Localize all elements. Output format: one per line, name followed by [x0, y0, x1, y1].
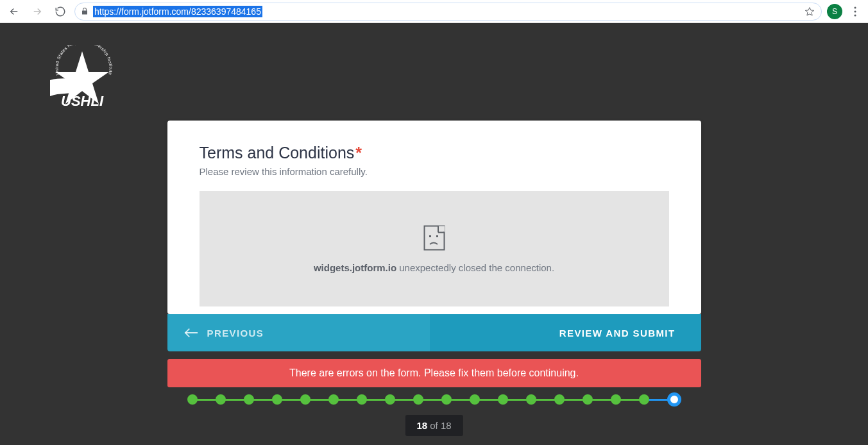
previous-button[interactable]: PREVIOUS: [167, 314, 430, 351]
step-dot[interactable]: [498, 394, 508, 405]
step-total: 18: [441, 420, 452, 431]
url-text: https://form.jotform.com/82336397484165: [93, 6, 262, 17]
arrow-left-icon: [184, 328, 198, 338]
step-dot[interactable]: [357, 394, 367, 405]
step-connector: [423, 399, 442, 401]
nav-reload-button[interactable]: [51, 3, 69, 21]
step-connector: [310, 399, 329, 401]
step-connector: [197, 399, 216, 401]
lock-icon: [80, 7, 89, 16]
step-dot[interactable]: [611, 394, 621, 405]
svg-marker-7: [438, 226, 445, 232]
step-dot[interactable]: [413, 394, 423, 405]
review-submit-button[interactable]: REVIEW AND SUBMIT: [430, 314, 701, 351]
step-counter-badge: 18 of 18: [405, 415, 463, 436]
step-dot[interactable]: [583, 394, 593, 405]
form-error-banner: There are errors on the form. Please fix…: [167, 359, 701, 387]
embedded-widget-frame: widgets.jotform.io unexpectedly closed t…: [200, 191, 669, 306]
step-current: 18: [416, 420, 427, 431]
nav-back-button[interactable]: [5, 3, 23, 21]
form-container: Terms and Conditions* Please review this…: [167, 121, 701, 387]
step-connector: [479, 399, 498, 401]
step-dot[interactable]: [554, 394, 565, 405]
next-label: REVIEW AND SUBMIT: [559, 328, 676, 339]
embed-tail: unexpectedly closed the connection.: [396, 262, 554, 273]
step-connector: [253, 399, 273, 401]
error-text: There are errors on the form. Please fix…: [289, 367, 579, 378]
svg-point-1: [854, 10, 856, 12]
org-logo: United States Hispanic Leadership Instit…: [44, 45, 121, 115]
step-connector: [451, 399, 470, 401]
embed-error-text: widgets.jotform.io unexpectedly closed t…: [314, 262, 554, 273]
step-dot[interactable]: [385, 394, 395, 405]
svg-rect-10: [429, 235, 431, 237]
step-connector: [338, 399, 357, 401]
step-dot[interactable]: [244, 394, 254, 405]
step-connector: [225, 399, 244, 401]
step-dot[interactable]: [216, 394, 226, 405]
address-bar[interactable]: https://form.jotform.com/82336397484165: [74, 3, 822, 21]
svg-point-2: [854, 14, 856, 16]
svg-rect-11: [436, 235, 438, 237]
ushli-logo-icon: United States Hispanic Leadership Instit…: [44, 45, 121, 115]
prev-label: PREVIOUS: [207, 328, 264, 339]
step-dot[interactable]: [470, 394, 480, 405]
step-connector: [620, 399, 640, 401]
step-dot[interactable]: [639, 394, 649, 405]
svg-rect-6: [424, 226, 444, 249]
step-dot[interactable]: [187, 394, 198, 405]
step-dot[interactable]: [526, 394, 536, 405]
step-dot[interactable]: [300, 394, 311, 405]
form-nav-row: PREVIOUS REVIEW AND SUBMIT: [167, 314, 701, 351]
arrow-right-icon: [31, 6, 43, 17]
svg-text:USHLI: USHLI: [61, 93, 104, 109]
required-star-icon: *: [355, 144, 362, 162]
profile-initial: S: [832, 7, 837, 16]
step-connector: [592, 399, 611, 401]
step-dot[interactable]: [328, 394, 339, 405]
chrome-menu-button[interactable]: [847, 4, 863, 19]
page-body: United States Hispanic Leadership Instit…: [0, 23, 868, 445]
step-of-word: of: [430, 420, 438, 431]
broken-page-icon: [423, 225, 445, 251]
embed-host: widgets.jotform.io: [314, 262, 396, 273]
browser-toolbar: https://form.jotform.com/82336397484165 …: [0, 0, 868, 23]
progress-stepper: [187, 392, 681, 407]
kebab-icon: [854, 6, 856, 17]
step-connector: [366, 399, 386, 401]
nav-forward-button[interactable]: [28, 3, 46, 21]
step-connector: [536, 399, 555, 401]
bookmark-star-icon[interactable]: [804, 6, 815, 17]
step-connector: [395, 399, 414, 401]
step-connector: [507, 399, 527, 401]
card-title: Terms and Conditions*: [200, 144, 669, 162]
step-dot-current[interactable]: [667, 392, 681, 407]
svg-point-0: [854, 6, 856, 8]
card-subtitle: Please review this information carefully…: [200, 166, 669, 177]
step-connector: [649, 399, 668, 401]
reload-icon: [55, 6, 66, 17]
profile-avatar[interactable]: S: [827, 4, 842, 19]
title-text: Terms and Conditions: [200, 144, 355, 162]
step-dot[interactable]: [441, 394, 452, 405]
step-dot[interactable]: [272, 394, 282, 405]
step-connector: [564, 399, 583, 401]
form-card: Terms and Conditions* Please review this…: [167, 121, 701, 314]
arrow-left-icon: [8, 6, 20, 17]
step-connector: [282, 399, 301, 401]
